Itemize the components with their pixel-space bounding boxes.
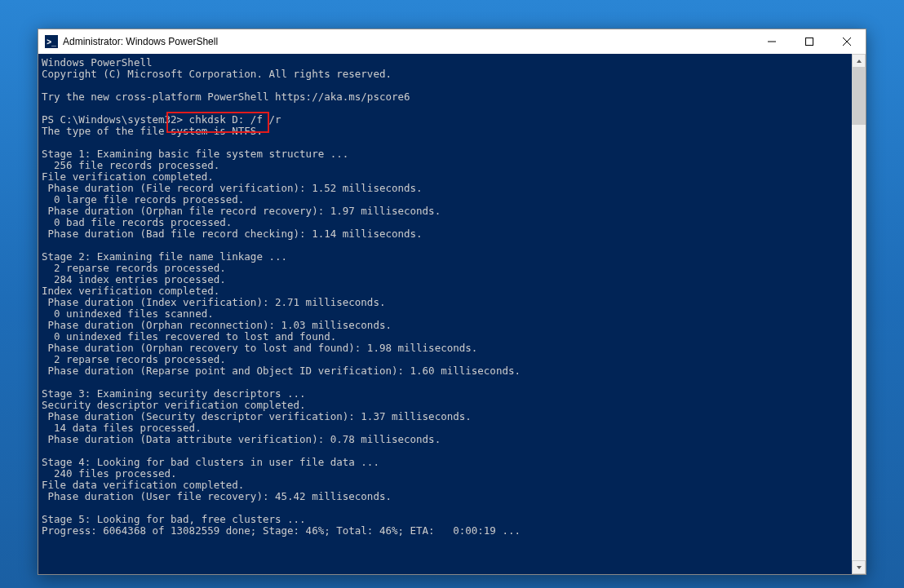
window-title: Administrator: Windows PowerShell (63, 36, 218, 47)
console-viewport[interactable]: Windows PowerShell Copyright (C) Microso… (38, 54, 852, 574)
powershell-window: >_ Administrator: Windows PowerShell Win… (38, 29, 866, 575)
scrollbar-track[interactable] (852, 68, 866, 560)
maximize-button[interactable] (791, 29, 828, 54)
powershell-icon: >_ (45, 35, 58, 48)
console-area: Windows PowerShell Copyright (C) Microso… (38, 54, 866, 574)
scrollbar-thumb[interactable] (852, 68, 866, 125)
svg-rect-0 (806, 38, 813, 46)
close-button[interactable] (828, 29, 866, 54)
terminal-output: Windows PowerShell Copyright (C) Microso… (42, 57, 849, 537)
minimize-button[interactable] (753, 29, 791, 54)
scroll-up-button[interactable] (852, 54, 866, 68)
titlebar[interactable]: >_ Administrator: Windows PowerShell (38, 29, 866, 54)
vertical-scrollbar[interactable] (852, 54, 866, 574)
scroll-down-button[interactable] (852, 560, 866, 574)
